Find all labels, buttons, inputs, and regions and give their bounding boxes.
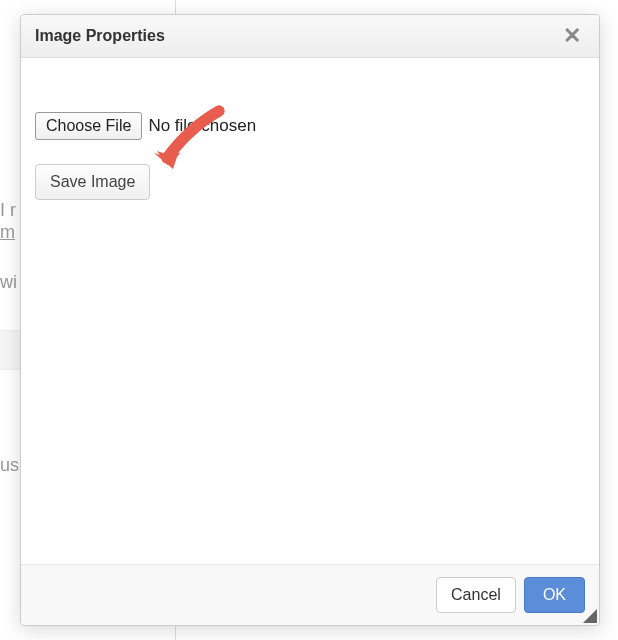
background-text: m xyxy=(0,222,15,243)
background-text: wi xyxy=(0,272,17,293)
ok-button[interactable]: OK xyxy=(524,577,585,613)
choose-file-button[interactable]: Choose File xyxy=(35,112,142,140)
resize-handle-icon[interactable] xyxy=(583,609,597,623)
close-icon: ✕ xyxy=(563,23,581,48)
dialog-footer: Cancel OK xyxy=(21,564,599,625)
image-properties-dialog: Image Properties ✕ Choose File No f xyxy=(20,14,600,626)
dialog-header: Image Properties ✕ xyxy=(21,15,599,58)
dialog-body: Choose File No file chosen Save Image xyxy=(21,58,599,564)
close-button[interactable]: ✕ xyxy=(559,25,585,47)
dialog-title: Image Properties xyxy=(35,27,165,45)
save-image-button[interactable]: Save Image xyxy=(35,164,150,200)
background-divider xyxy=(0,330,20,370)
file-input-row: Choose File No file chosen xyxy=(35,112,585,140)
pointer-arrow-icon xyxy=(149,103,229,182)
background-divider xyxy=(175,0,176,15)
cancel-button[interactable]: Cancel xyxy=(436,577,516,613)
background-text: us xyxy=(0,455,19,476)
background-text: I r xyxy=(0,200,16,221)
